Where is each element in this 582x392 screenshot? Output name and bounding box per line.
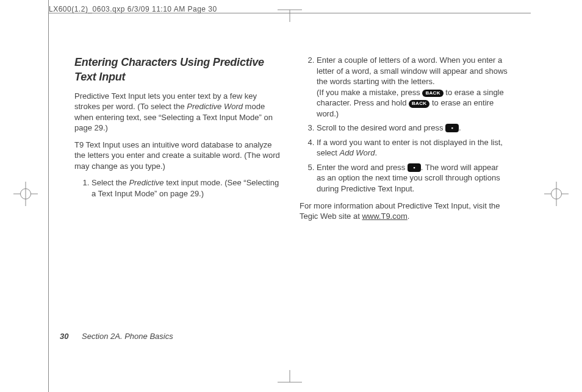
step-1: Select the Predictive text input mode. (…: [92, 177, 282, 199]
closing-paragraph: For more information about Predictive Te…: [300, 201, 508, 222]
text: Select the: [92, 178, 129, 187]
t9-link[interactable]: www.T9.com: [362, 212, 407, 221]
page-content: Entering Characters Using Predictive Tex…: [74, 55, 508, 228]
ok-key-icon: ▪: [408, 163, 421, 172]
back-key-icon: BACK: [422, 90, 443, 98]
step-3: Scroll to the desired word and press ▪.: [317, 123, 508, 134]
emphasis-add-word: Add Word: [340, 148, 375, 157]
crop-mark-left: [13, 182, 38, 206]
page-number: 30: [60, 332, 68, 341]
intro-paragraph-2: T9 Text Input uses an intuitive word dat…: [74, 140, 282, 172]
text: .: [459, 123, 461, 132]
back-key-icon: BACK: [409, 100, 429, 108]
left-column: Entering Characters Using Predictive Tex…: [74, 55, 282, 228]
step-4: If a word you want to enter is not displ…: [317, 137, 508, 159]
crop-mark-bottom: [278, 370, 302, 392]
right-column: Enter a couple of letters of a word. Whe…: [300, 55, 508, 228]
steps-list-right: Enter a couple of letters of a word. Whe…: [300, 55, 508, 194]
text: (If you make a mistake, press: [317, 88, 422, 97]
emphasis-predictive: Predictive: [129, 178, 163, 187]
steps-list-left: Select the Predictive text input mode. (…: [74, 177, 282, 199]
crop-mark-right: [544, 182, 569, 206]
text: Enter the word and press: [317, 163, 408, 172]
step-2: Enter a couple of letters of a word. Whe…: [317, 55, 508, 119]
emphasis-predictive-word: Predictive Word: [187, 102, 243, 111]
header-slug: LX600(1.2)_0603.qxp 6/3/09 11:10 AM Page…: [49, 5, 217, 13]
section-title: Entering Characters Using Predictive Tex…: [74, 55, 282, 85]
text: .: [375, 148, 377, 157]
text: Scroll to the desired word and press: [317, 123, 445, 132]
page-footer: 30 Section 2A. Phone Basics: [60, 332, 173, 341]
ok-key-icon: ▪: [445, 124, 459, 132]
vertical-crop-rule: [48, 0, 49, 392]
section-label: Section 2A. Phone Basics: [82, 332, 173, 341]
text: Enter a couple of letters of a word. Whe…: [317, 55, 508, 86]
step-5: Enter the word and press ▪. The word wil…: [317, 162, 508, 194]
intro-paragraph-1: Predictive Text Input lets you enter tex…: [74, 91, 282, 134]
crop-mark-top: [278, 0, 302, 22]
text: .: [408, 212, 410, 221]
